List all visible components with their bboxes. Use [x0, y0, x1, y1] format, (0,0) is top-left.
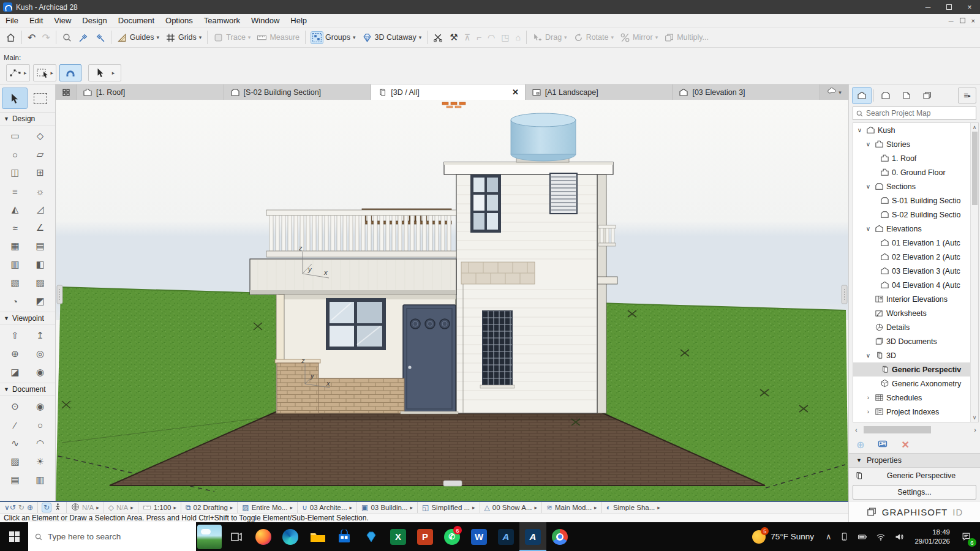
- layer-combination-selector[interactable]: ⧉02 Drafting▸: [181, 502, 238, 513]
- tool-lamp[interactable]: ☼: [28, 182, 53, 200]
- project-map-search[interactable]: [853, 107, 976, 120]
- settings-button[interactable]: Settings...: [853, 485, 976, 500]
- microsoft-store-icon[interactable]: [331, 522, 358, 551]
- menu-window[interactable]: Window: [246, 15, 285, 26]
- taskbar-weather[interactable]: 5 75°F Sunny: [745, 522, 821, 551]
- powerpoint-icon[interactable]: P: [412, 522, 439, 551]
- tree-item-3d-documents[interactable]: 3D Documents: [853, 334, 970, 348]
- toolbox-section-viewpoint[interactable]: ▼Viewpoint: [0, 312, 55, 325]
- menu-file[interactable]: File: [0, 15, 24, 26]
- drag-button[interactable]: Drag▾: [529, 31, 570, 45]
- taskbar-clock[interactable]: 18:49 29/01/2026: [908, 528, 956, 545]
- tool-shell[interactable]: ◿: [28, 200, 53, 219]
- whatsapp-icon[interactable]: ✆ 6: [439, 522, 466, 551]
- tool-elevation[interactable]: ↥: [28, 326, 53, 345]
- phone-link-icon[interactable]: [835, 522, 853, 551]
- tab-03-elevation-3[interactable]: [03 Elevation 3]: [673, 84, 820, 100]
- menu-document[interactable]: Document: [113, 15, 160, 26]
- tool-detail-vp[interactable]: ◉: [28, 363, 53, 381]
- grids-button[interactable]: Grids▾: [162, 31, 205, 45]
- tree-item-schedules[interactable]: ›Schedules: [853, 391, 970, 405]
- widgets-weather-button[interactable]: [196, 522, 223, 551]
- tree-item-generic-axonometry[interactable]: Generic Axonometry: [853, 377, 970, 391]
- tree-item-elevation-3[interactable]: 03 Elevation 3 (Autc: [853, 264, 970, 278]
- cutaway-button[interactable]: 3D Cutaway▾: [359, 31, 425, 45]
- task-view-button[interactable]: [223, 522, 250, 551]
- split-button[interactable]: [430, 31, 447, 45]
- guides-button[interactable]: Guides▾: [114, 31, 162, 45]
- adjust-button[interactable]: ⚒: [447, 30, 461, 45]
- tree-item-roof[interactable]: 1. Roof: [853, 151, 970, 165]
- tree-item-elevation-2[interactable]: 02 Elevation 2 (Autc: [853, 250, 970, 264]
- tool-curtain-wall[interactable]: ▦: [2, 237, 28, 255]
- word-icon[interactable]: W: [466, 522, 492, 551]
- tree-item-worksheets[interactable]: Worksheets: [853, 306, 970, 320]
- menu-help[interactable]: Help: [285, 15, 312, 26]
- toolbox-section-design[interactable]: ▼Design: [0, 112, 55, 126]
- partial-structure-selector[interactable]: ◱Simplified ...▸: [418, 502, 480, 513]
- tool-circle[interactable]: ○: [28, 416, 53, 434]
- add-viewpoint-button[interactable]: ⊕: [856, 439, 864, 451]
- edge-icon[interactable]: [277, 522, 304, 551]
- magnet-toggle-button[interactable]: [59, 64, 81, 81]
- tree-item-elevation-1[interactable]: 01 Elevation 1 (Autc: [853, 236, 970, 250]
- tool-column[interactable]: ○: [2, 145, 28, 163]
- tool-hotspot[interactable]: ☀: [28, 452, 53, 471]
- archicad-app-icon[interactable]: A: [519, 522, 546, 551]
- tool-interior-elevation[interactable]: ⊕: [2, 345, 28, 363]
- tool-door[interactable]: ◫: [2, 163, 28, 182]
- doc-minimize-button[interactable]: ─: [949, 17, 954, 24]
- tab-cloud-button[interactable]: [827, 86, 837, 98]
- publisher-button[interactable]: [918, 88, 937, 103]
- fillet-button[interactable]: ⌐: [473, 31, 484, 44]
- inject-parameters-button[interactable]: [92, 31, 108, 45]
- tool-object[interactable]: ◧: [28, 255, 53, 274]
- elevate-button[interactable]: ⌂: [513, 31, 524, 44]
- marquee-tool[interactable]: [29, 88, 53, 108]
- notification-center-button[interactable]: 6: [956, 522, 980, 551]
- chrome-icon[interactable]: [546, 522, 573, 551]
- tree-item-stories[interactable]: ∨Stories: [853, 137, 970, 151]
- tool-slab[interactable]: ▭: [2, 127, 28, 145]
- taskbar-search[interactable]: Type here to search: [28, 522, 196, 551]
- properties-header[interactable]: ▼Properties: [849, 453, 980, 468]
- arrow-select-tool[interactable]: [2, 88, 27, 108]
- find-select-button[interactable]: [59, 31, 75, 45]
- maximize-button[interactable]: [938, 0, 959, 14]
- tab-list-dropdown[interactable]: ▾: [839, 89, 842, 96]
- project-map-button[interactable]: [853, 88, 871, 103]
- tool-opening[interactable]: ▧: [2, 274, 28, 292]
- file-explorer-icon[interactable]: [304, 522, 331, 551]
- next-view-button[interactable]: ↻: [18, 503, 24, 512]
- arrow-tool-button[interactable]: ▸: [88, 64, 121, 81]
- tool-skylight[interactable]: ▨: [28, 274, 53, 292]
- model-view-options-selector[interactable]: ∪03 Archite...▸: [298, 502, 357, 513]
- tool-zone[interactable]: ▤: [28, 237, 53, 255]
- design-options-selector[interactable]: ≋Main Mod...▸: [542, 502, 602, 513]
- zoom-in-button[interactable]: ⊕: [27, 503, 33, 512]
- toolbox-section-document[interactable]: ▼Document: [0, 383, 55, 396]
- pen-set-selector[interactable]: ▨Entire Mo...▸: [238, 502, 298, 513]
- minimize-button[interactable]: ─: [918, 0, 938, 14]
- tool-polyline[interactable]: ∿: [2, 434, 28, 452]
- trace-button[interactable]: Trace▾: [210, 31, 254, 45]
- intersect-button[interactable]: ⊼: [461, 31, 473, 44]
- pan-button[interactable]: [71, 503, 80, 512]
- mirror-button[interactable]: Mirror▾: [617, 31, 661, 45]
- tool-line[interactable]: ∕: [2, 416, 28, 434]
- renovation-filter-selector[interactable]: △00 Show A...▸: [480, 502, 542, 513]
- menu-teamwork[interactable]: Teamwork: [198, 15, 246, 26]
- tree-horizontal-scrollbar[interactable]: ‹›: [853, 424, 979, 436]
- tab-3d-all[interactable]: [3D / All]✕: [371, 84, 526, 100]
- orbit-button[interactable]: ↻: [42, 503, 51, 512]
- tree-item-generic-perspective[interactable]: Generic Perspectiv: [853, 362, 970, 377]
- volume-icon[interactable]: [890, 522, 908, 551]
- curve-button[interactable]: ◠: [484, 31, 498, 44]
- tool-railing[interactable]: ∠: [28, 219, 53, 237]
- doc-restore-button[interactable]: [960, 18, 965, 23]
- tray-chevron-up[interactable]: ∧: [821, 522, 836, 551]
- tree-item-details[interactable]: Details: [853, 320, 970, 334]
- menu-view[interactable]: View: [48, 15, 77, 26]
- scale-selector[interactable]: 1:100▸: [138, 502, 181, 513]
- marquee-select-button[interactable]: ▸: [33, 64, 57, 81]
